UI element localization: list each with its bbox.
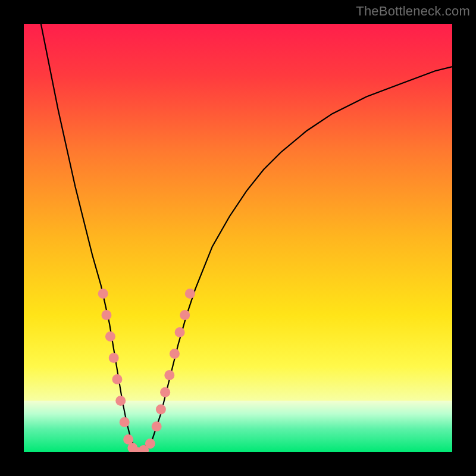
highlight-dot	[98, 289, 108, 299]
highlight-dot	[185, 289, 195, 299]
highlight-dot	[112, 374, 122, 384]
highlight-dot	[175, 327, 185, 337]
highlight-dot	[109, 353, 119, 363]
highlight-dot	[170, 349, 180, 359]
highlight-dot	[152, 421, 162, 431]
highlight-dots	[98, 289, 195, 452]
chart-frame: TheBottleneck.com	[0, 0, 476, 476]
highlight-dot	[156, 405, 166, 415]
watermark-text: TheBottleneck.com	[356, 4, 470, 19]
highlight-dot	[105, 331, 115, 342]
plot-area	[24, 24, 452, 452]
bottleneck-curve	[41, 24, 452, 452]
curve-layer	[24, 24, 452, 452]
highlight-dot	[145, 439, 155, 449]
highlight-dot	[115, 396, 126, 406]
highlight-dot	[160, 387, 170, 397]
highlight-dot	[120, 417, 130, 427]
highlight-dot	[101, 310, 111, 320]
highlight-dot	[123, 434, 133, 444]
highlight-dot	[164, 370, 174, 380]
highlight-dot	[180, 310, 190, 320]
